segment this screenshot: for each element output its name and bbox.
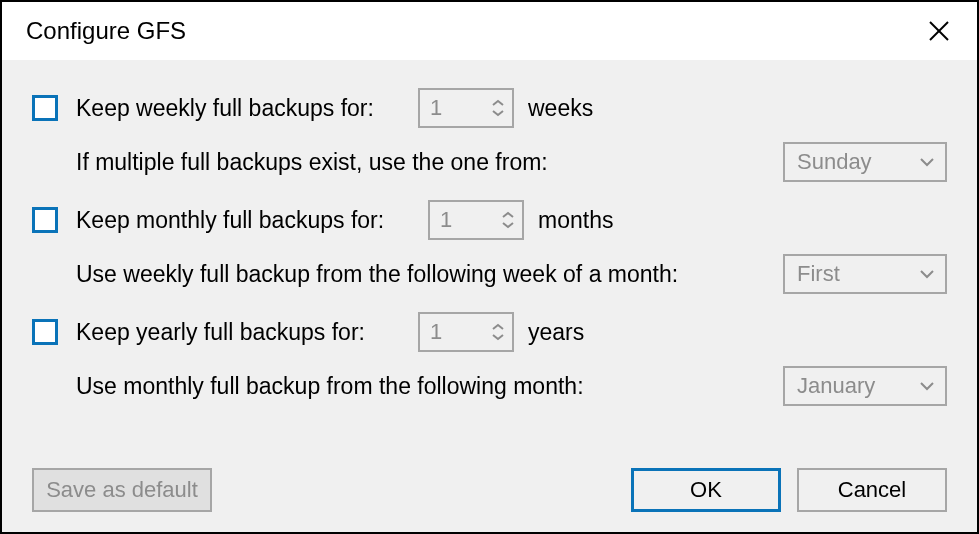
- chevron-down-icon: [919, 157, 935, 167]
- weekly-sub-label: If multiple full backups exist, use the …: [76, 149, 771, 176]
- weekly-label: Keep weekly full backups for:: [76, 95, 414, 122]
- weekly-section: Keep weekly full backups for: 1 weeks If…: [32, 88, 947, 182]
- monthly-week-dropdown[interactable]: First: [783, 254, 947, 294]
- chevron-down-icon: [491, 109, 505, 117]
- monthly-sub-label: Use weekly full backup from the followin…: [76, 261, 771, 288]
- weekly-day-value: Sunday: [797, 149, 919, 175]
- spinner-arrows[interactable]: [484, 314, 512, 350]
- yearly-sub-label: Use monthly full backup from the followi…: [76, 373, 771, 400]
- yearly-month-value: January: [797, 373, 919, 399]
- yearly-section: Keep yearly full backups for: 1 years Us…: [32, 312, 947, 406]
- yearly-spinner[interactable]: 1: [418, 312, 514, 352]
- title-bar: Configure GFS: [2, 2, 977, 60]
- close-icon: [928, 20, 950, 42]
- close-button[interactable]: [919, 11, 959, 51]
- monthly-unit: months: [538, 207, 613, 234]
- spinner-arrows[interactable]: [494, 202, 522, 238]
- yearly-label: Keep yearly full backups for:: [76, 319, 414, 346]
- button-row: Save as default OK Cancel: [32, 468, 947, 512]
- ok-button[interactable]: OK: [631, 468, 781, 512]
- spinner-arrows[interactable]: [484, 90, 512, 126]
- weekly-day-dropdown[interactable]: Sunday: [783, 142, 947, 182]
- monthly-label: Keep monthly full backups for:: [76, 207, 424, 234]
- monthly-spinner[interactable]: 1: [428, 200, 524, 240]
- chevron-up-icon: [491, 323, 505, 331]
- yearly-unit: years: [528, 319, 584, 346]
- chevron-down-icon: [919, 381, 935, 391]
- dialog-configure-gfs: Configure GFS Keep weekly full backups f…: [0, 0, 979, 534]
- chevron-down-icon: [501, 221, 515, 229]
- monthly-week-value: First: [797, 261, 919, 287]
- chevron-up-icon: [501, 211, 515, 219]
- weekly-spinner[interactable]: 1: [418, 88, 514, 128]
- weekly-unit: weeks: [528, 95, 593, 122]
- window-title: Configure GFS: [26, 17, 186, 45]
- yearly-month-dropdown[interactable]: January: [783, 366, 947, 406]
- monthly-spinner-value: 1: [430, 202, 494, 238]
- yearly-checkbox[interactable]: [32, 319, 58, 345]
- chevron-up-icon: [491, 99, 505, 107]
- monthly-section: Keep monthly full backups for: 1 months …: [32, 200, 947, 294]
- save-default-button[interactable]: Save as default: [32, 468, 212, 512]
- weekly-checkbox[interactable]: [32, 95, 58, 121]
- chevron-down-icon: [491, 333, 505, 341]
- chevron-down-icon: [919, 269, 935, 279]
- cancel-button[interactable]: Cancel: [797, 468, 947, 512]
- dialog-body: Keep weekly full backups for: 1 weeks If…: [2, 60, 977, 532]
- weekly-spinner-value: 1: [420, 90, 484, 126]
- monthly-checkbox[interactable]: [32, 207, 58, 233]
- yearly-spinner-value: 1: [420, 314, 484, 350]
